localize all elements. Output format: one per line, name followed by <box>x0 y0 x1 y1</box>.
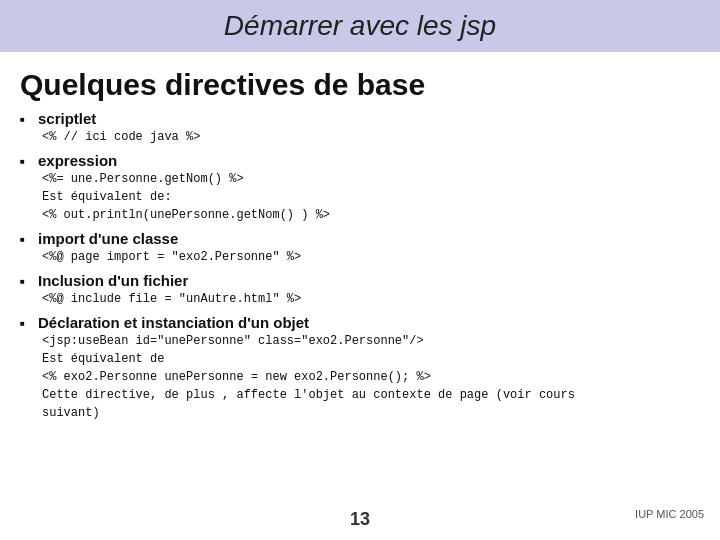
bullet-icon: ■ <box>20 157 38 166</box>
bullet-icon: ■ <box>20 115 38 124</box>
page-number: 13 <box>350 509 370 530</box>
code-block: <% // ici code java %> <box>38 128 700 146</box>
header: Démarrer avec les jsp <box>0 0 720 52</box>
footer-brand: IUP MIC 2005 <box>635 508 704 520</box>
item-label: Déclaration et instanciation d'un objet <box>38 314 700 331</box>
item-content: Déclaration et instanciation d'un objet<… <box>38 314 700 424</box>
item-content: scriptlet<% // ici code java %> <box>38 110 700 148</box>
bullet-icon: ■ <box>20 235 38 244</box>
list-item: ■Déclaration et instanciation d'un objet… <box>20 314 700 424</box>
footer: 13 IUP MIC 2005 <box>0 509 720 530</box>
list-item: ■scriptlet<% // ici code java %> <box>20 110 700 148</box>
list-item: ■Inclusion d'un fichier<%@ include file … <box>20 272 700 310</box>
code-block: <jsp:useBean id="unePersonne" class="exo… <box>38 332 700 422</box>
code-block: <%@ include file = "unAutre.html" %> <box>38 290 700 308</box>
item-content: Inclusion d'un fichier<%@ include file =… <box>38 272 700 310</box>
bullet-icon: ■ <box>20 277 38 286</box>
item-content: import d'une classe<%@ page import = "ex… <box>38 230 700 268</box>
code-block: <%@ page import = "exo2.Personne" %> <box>38 248 700 266</box>
list-item: ■expression<%= une.Personne.getNom() %>E… <box>20 152 700 226</box>
item-label: scriptlet <box>38 110 700 127</box>
content-area: ■scriptlet<% // ici code java %>■express… <box>0 110 720 424</box>
code-block: <%= une.Personne.getNom() %>Est équivale… <box>38 170 700 224</box>
item-content: expression<%= une.Personne.getNom() %>Es… <box>38 152 700 226</box>
header-title: Démarrer avec les jsp <box>224 10 496 41</box>
main-title: Quelques directives de base <box>0 62 720 110</box>
item-label: import d'une classe <box>38 230 700 247</box>
item-label: expression <box>38 152 700 169</box>
list-item: ■import d'une classe<%@ page import = "e… <box>20 230 700 268</box>
item-label: Inclusion d'un fichier <box>38 272 700 289</box>
bullet-icon: ■ <box>20 319 38 328</box>
